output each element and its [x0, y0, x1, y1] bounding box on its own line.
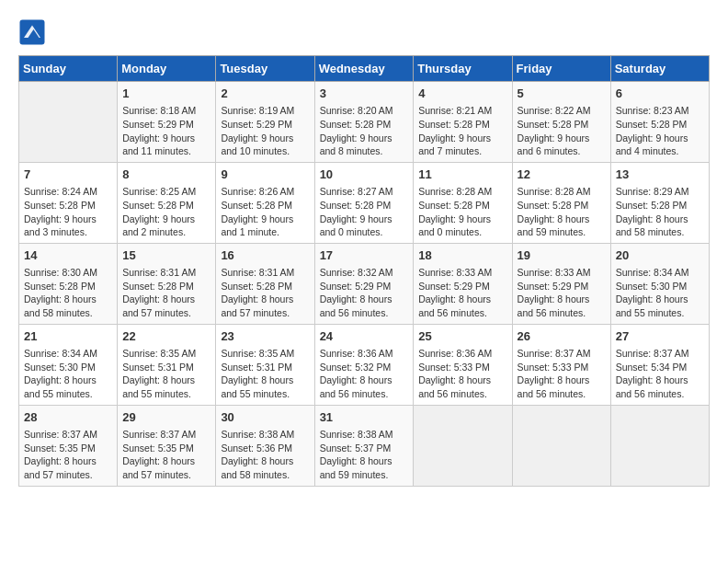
- calendar-cell: 22Sunrise: 8:35 AM Sunset: 5:31 PM Dayli…: [118, 324, 216, 405]
- weekday-header: Monday: [118, 56, 216, 82]
- day-number: 21: [24, 328, 112, 345]
- day-info: Sunrise: 8:27 AM Sunset: 5:28 PM Dayligh…: [320, 185, 409, 239]
- day-number: 13: [616, 167, 704, 183]
- weekday-header: Tuesday: [216, 56, 314, 82]
- day-number: 8: [122, 167, 210, 183]
- day-number: 10: [320, 167, 409, 183]
- calendar-cell: 23Sunrise: 8:35 AM Sunset: 5:31 PM Dayli…: [216, 324, 314, 405]
- calendar-body: 1Sunrise: 8:18 AM Sunset: 5:29 PM Daylig…: [19, 82, 710, 487]
- calendar-cell: 11Sunrise: 8:28 AM Sunset: 5:28 PM Dayli…: [414, 162, 512, 243]
- calendar-cell: 13Sunrise: 8:29 AM Sunset: 5:28 PM Dayli…: [610, 162, 709, 243]
- calendar-cell: [610, 405, 709, 486]
- calendar-cell: 9Sunrise: 8:26 AM Sunset: 5:28 PM Daylig…: [216, 162, 314, 243]
- calendar-cell: 21Sunrise: 8:34 AM Sunset: 5:30 PM Dayli…: [19, 324, 118, 405]
- day-info: Sunrise: 8:21 AM Sunset: 5:28 PM Dayligh…: [418, 104, 506, 158]
- day-number: 7: [24, 167, 112, 183]
- calendar-cell: 6Sunrise: 8:23 AM Sunset: 5:28 PM Daylig…: [610, 82, 709, 163]
- day-info: Sunrise: 8:32 AM Sunset: 5:29 PM Dayligh…: [320, 266, 409, 320]
- calendar-week-row: 28Sunrise: 8:37 AM Sunset: 5:35 PM Dayli…: [19, 405, 710, 486]
- day-number: 31: [320, 409, 409, 426]
- day-number: 11: [418, 167, 506, 183]
- day-number: 24: [320, 328, 409, 345]
- calendar-cell: 28Sunrise: 8:37 AM Sunset: 5:35 PM Dayli…: [19, 405, 118, 486]
- day-number: 19: [518, 247, 606, 264]
- day-number: 3: [320, 86, 409, 102]
- day-info: Sunrise: 8:28 AM Sunset: 5:28 PM Dayligh…: [518, 185, 606, 239]
- calendar-cell: 26Sunrise: 8:37 AM Sunset: 5:33 PM Dayli…: [512, 324, 610, 405]
- calendar-cell: 29Sunrise: 8:37 AM Sunset: 5:35 PM Dayli…: [118, 405, 216, 486]
- day-info: Sunrise: 8:19 AM Sunset: 5:29 PM Dayligh…: [221, 104, 309, 158]
- day-info: Sunrise: 8:34 AM Sunset: 5:30 PM Dayligh…: [616, 266, 704, 320]
- calendar-cell: [512, 405, 610, 486]
- day-info: Sunrise: 8:38 AM Sunset: 5:37 PM Dayligh…: [320, 428, 409, 482]
- day-number: 4: [418, 86, 506, 102]
- calendar-cell: 16Sunrise: 8:31 AM Sunset: 5:28 PM Dayli…: [216, 243, 314, 324]
- day-info: Sunrise: 8:31 AM Sunset: 5:28 PM Dayligh…: [221, 266, 309, 320]
- calendar-cell: 15Sunrise: 8:31 AM Sunset: 5:28 PM Dayli…: [118, 243, 216, 324]
- calendar-cell: [414, 405, 512, 486]
- day-number: 30: [221, 409, 309, 426]
- day-info: Sunrise: 8:35 AM Sunset: 5:31 PM Dayligh…: [122, 347, 210, 401]
- day-number: 29: [122, 409, 210, 426]
- day-info: Sunrise: 8:37 AM Sunset: 5:35 PM Dayligh…: [122, 428, 210, 482]
- calendar-cell: 18Sunrise: 8:33 AM Sunset: 5:29 PM Dayli…: [414, 243, 512, 324]
- day-number: 15: [122, 247, 210, 264]
- calendar-cell: 30Sunrise: 8:38 AM Sunset: 5:36 PM Dayli…: [216, 405, 314, 486]
- weekday-header: Wednesday: [314, 56, 414, 82]
- weekday-header: Sunday: [19, 56, 118, 82]
- day-info: Sunrise: 8:26 AM Sunset: 5:28 PM Dayligh…: [221, 185, 309, 239]
- day-info: Sunrise: 8:25 AM Sunset: 5:28 PM Dayligh…: [122, 185, 210, 239]
- weekday-header: Thursday: [414, 56, 512, 82]
- day-info: Sunrise: 8:28 AM Sunset: 5:28 PM Dayligh…: [418, 185, 506, 239]
- calendar-cell: 7Sunrise: 8:24 AM Sunset: 5:28 PM Daylig…: [19, 162, 118, 243]
- day-number: 28: [24, 409, 112, 426]
- day-info: Sunrise: 8:37 AM Sunset: 5:35 PM Dayligh…: [24, 428, 112, 482]
- day-info: Sunrise: 8:29 AM Sunset: 5:28 PM Dayligh…: [616, 185, 704, 239]
- weekday-row: SundayMondayTuesdayWednesdayThursdayFrid…: [19, 56, 710, 82]
- calendar-cell: 25Sunrise: 8:36 AM Sunset: 5:33 PM Dayli…: [414, 324, 512, 405]
- day-info: Sunrise: 8:38 AM Sunset: 5:36 PM Dayligh…: [221, 428, 309, 482]
- day-info: Sunrise: 8:36 AM Sunset: 5:33 PM Dayligh…: [418, 347, 506, 401]
- calendar-cell: 4Sunrise: 8:21 AM Sunset: 5:28 PM Daylig…: [414, 82, 512, 163]
- calendar-cell: 12Sunrise: 8:28 AM Sunset: 5:28 PM Dayli…: [512, 162, 610, 243]
- day-number: 14: [24, 247, 112, 264]
- calendar-cell: 2Sunrise: 8:19 AM Sunset: 5:29 PM Daylig…: [216, 82, 314, 163]
- calendar-cell: 24Sunrise: 8:36 AM Sunset: 5:32 PM Dayli…: [314, 324, 414, 405]
- day-info: Sunrise: 8:37 AM Sunset: 5:34 PM Dayligh…: [616, 347, 704, 401]
- day-info: Sunrise: 8:37 AM Sunset: 5:33 PM Dayligh…: [518, 347, 606, 401]
- day-info: Sunrise: 8:30 AM Sunset: 5:28 PM Dayligh…: [24, 266, 112, 320]
- day-number: 17: [320, 247, 409, 264]
- calendar-header: SundayMondayTuesdayWednesdayThursdayFrid…: [19, 56, 710, 82]
- day-info: Sunrise: 8:22 AM Sunset: 5:28 PM Dayligh…: [518, 104, 606, 158]
- logo: [18, 18, 50, 46]
- day-info: Sunrise: 8:36 AM Sunset: 5:32 PM Dayligh…: [320, 347, 409, 401]
- weekday-header: Friday: [512, 56, 610, 82]
- calendar-cell: 27Sunrise: 8:37 AM Sunset: 5:34 PM Dayli…: [610, 324, 709, 405]
- calendar-cell: 14Sunrise: 8:30 AM Sunset: 5:28 PM Dayli…: [19, 243, 118, 324]
- day-info: Sunrise: 8:35 AM Sunset: 5:31 PM Dayligh…: [221, 347, 309, 401]
- day-info: Sunrise: 8:20 AM Sunset: 5:28 PM Dayligh…: [320, 104, 409, 158]
- day-info: Sunrise: 8:24 AM Sunset: 5:28 PM Dayligh…: [24, 185, 112, 239]
- calendar-cell: 5Sunrise: 8:22 AM Sunset: 5:28 PM Daylig…: [512, 82, 610, 163]
- calendar-week-row: 21Sunrise: 8:34 AM Sunset: 5:30 PM Dayli…: [19, 324, 710, 405]
- calendar-week-row: 14Sunrise: 8:30 AM Sunset: 5:28 PM Dayli…: [19, 243, 710, 324]
- day-number: 9: [221, 167, 309, 183]
- day-number: 6: [616, 86, 704, 102]
- day-number: 16: [221, 247, 309, 264]
- calendar-cell: 20Sunrise: 8:34 AM Sunset: 5:30 PM Dayli…: [610, 243, 709, 324]
- day-info: Sunrise: 8:31 AM Sunset: 5:28 PM Dayligh…: [122, 266, 210, 320]
- day-number: 22: [122, 328, 210, 345]
- calendar-week-row: 1Sunrise: 8:18 AM Sunset: 5:29 PM Daylig…: [19, 82, 710, 163]
- calendar-cell: 17Sunrise: 8:32 AM Sunset: 5:29 PM Dayli…: [314, 243, 414, 324]
- day-number: 18: [418, 247, 506, 264]
- calendar-cell: 10Sunrise: 8:27 AM Sunset: 5:28 PM Dayli…: [314, 162, 414, 243]
- day-info: Sunrise: 8:33 AM Sunset: 5:29 PM Dayligh…: [518, 266, 606, 320]
- calendar-week-row: 7Sunrise: 8:24 AM Sunset: 5:28 PM Daylig…: [19, 162, 710, 243]
- day-number: 5: [518, 86, 606, 102]
- calendar-table: SundayMondayTuesdayWednesdayThursdayFrid…: [18, 55, 710, 487]
- calendar-cell: 1Sunrise: 8:18 AM Sunset: 5:29 PM Daylig…: [118, 82, 216, 163]
- weekday-header: Saturday: [610, 56, 709, 82]
- day-info: Sunrise: 8:34 AM Sunset: 5:30 PM Dayligh…: [24, 347, 112, 401]
- day-info: Sunrise: 8:18 AM Sunset: 5:29 PM Dayligh…: [122, 104, 210, 158]
- day-number: 27: [616, 328, 704, 345]
